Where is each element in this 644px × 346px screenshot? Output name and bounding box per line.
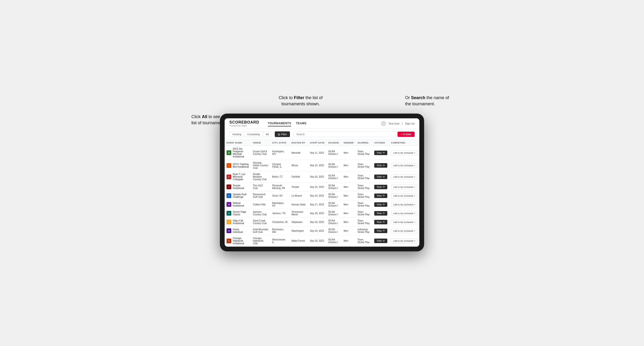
competing-tab[interactable]: Competing <box>244 131 263 137</box>
venue-cell: Guyan Golf & Country Club <box>251 146 270 160</box>
add-to-schedule-button[interactable]: Add to My Schedule + <box>391 238 418 243</box>
add-to-schedule-button[interactable]: Add to My Schedule + <box>391 184 418 189</box>
view-button[interactable]: View 👁 <box>374 193 387 198</box>
competing-cell: Add to My Schedule + <box>389 171 419 182</box>
add-to-schedule-button[interactable]: Add to My Schedule + <box>391 211 418 216</box>
view-button[interactable]: View 👁 <box>374 239 387 243</box>
create-button[interactable]: + Create <box>398 132 414 137</box>
toolbar: Hosting Competing All ▤ Filter + Create <box>225 129 419 140</box>
venue-cell: Colbert Hills <box>251 200 270 209</box>
user-name: Test User <box>388 122 400 125</box>
gender-cell: Men <box>342 209 356 218</box>
city-state-cell: Jackson, TN <box>270 209 290 218</box>
competing-cell: Add to My Schedule + <box>389 235 419 247</box>
all-tab[interactable]: All <box>263 131 272 137</box>
hosted-by-cell: Tennessee-Martin <box>290 209 308 218</box>
nav-tab-tournaments[interactable]: TOURNAMENTS <box>268 121 291 126</box>
eye-icon: 👁 <box>383 152 385 154</box>
filter-icon: ▤ <box>278 133 280 136</box>
col-city-state: CITY, STATE <box>270 140 290 146</box>
table-row: C Chicago Highlands Invitational Chicago… <box>225 235 419 247</box>
col-event-name: EVENT NAME <box>225 140 251 146</box>
event-name-cell: C Chicago Highlands Invitational <box>225 235 251 247</box>
add-to-schedule-button[interactable]: Add to My Schedule + <box>391 220 418 225</box>
gender-cell: Men <box>342 160 356 171</box>
col-hosted-by: HOSTED BY <box>290 140 308 146</box>
header-right: Test User | Sign out <box>381 121 414 126</box>
view-button[interactable]: View 👁 <box>374 185 387 189</box>
view-button[interactable]: View 👁 <box>374 220 387 224</box>
competing-cell: Add to My Schedule + <box>389 146 419 160</box>
scoring-cell: Team, Stroke Play <box>356 160 372 171</box>
add-to-schedule-button[interactable]: Add to My Schedule + <box>391 193 418 198</box>
scoring-cell: Team, Stroke Play <box>356 235 372 247</box>
view-button[interactable]: View 👁 <box>374 202 387 207</box>
nav-tab-teams[interactable]: TEAMS <box>296 121 306 126</box>
hosting-tab[interactable]: Hosting <box>230 131 244 137</box>
sign-out-link[interactable]: Sign out <box>405 122 414 125</box>
hosted-by-cell: Temple <box>290 182 308 191</box>
eye-icon: 👁 <box>383 203 385 206</box>
actions-cell: View 👁 <box>372 171 389 182</box>
add-to-schedule-button[interactable]: Add to My Schedule + <box>391 174 418 179</box>
eye-icon: 👁 <box>383 240 385 242</box>
filter-label: Filter <box>281 133 287 136</box>
competing-cell: Add to My Schedule + <box>389 191 419 200</box>
filter-btn-group: Hosting Competing All <box>230 131 272 137</box>
hosted-by-cell: Le Moyne <box>290 191 308 200</box>
team-logo: U <box>226 193 231 198</box>
add-to-schedule-button[interactable]: Add to My Schedule + <box>391 163 418 168</box>
col-scoring: SCORING <box>356 140 372 146</box>
city-state-cell: Plymouth Meeting, PA <box>270 182 290 191</box>
hosted-by-cell: Marshall <box>290 146 308 160</box>
view-button[interactable]: View 👁 <box>374 151 387 155</box>
start-date-cell: Sep 18, 2023 <box>308 218 326 226</box>
actions-cell: View 👁 <box>372 160 389 171</box>
table-row: W Wildcat Invitational Colbert HillsManh… <box>225 200 419 209</box>
add-to-schedule-button[interactable]: Add to My Schedule + <box>391 150 418 155</box>
division-cell: NCAA Division I <box>326 226 342 235</box>
tournaments-table: EVENT NAME VENUE CITY, STATE HOSTED BY S… <box>225 140 419 247</box>
gender-cell: Men <box>342 146 356 160</box>
actions-cell: View 👁 <box>372 191 389 200</box>
hosted-by-cell: Washington <box>290 226 308 235</box>
table-row: M 2023 Joe Feaganes Marshall Invitationa… <box>225 146 419 160</box>
col-competing: COMPETING <box>389 140 419 146</box>
city-state-cell: Huntington, WV <box>270 146 290 160</box>
table-header-row: EVENT NAME VENUE CITY, STATE HOSTED BY S… <box>225 140 419 146</box>
filter-button[interactable]: ▤ Filter <box>275 131 290 137</box>
venue-cell: Chicago Highlands Club <box>251 235 270 247</box>
city-state-cell: Olympia Fields, IL <box>270 160 290 171</box>
table-row: G Grover Page Classic Jackson Country Cl… <box>225 209 419 218</box>
scoring-cell: Team, Stroke Play <box>356 200 372 209</box>
view-button[interactable]: View 👁 <box>374 163 387 168</box>
event-name: Wildcat Invitational <box>233 202 249 207</box>
actions-cell: View 👁 <box>372 218 389 226</box>
add-to-schedule-button[interactable]: Add to My Schedule + <box>391 228 418 233</box>
hosted-by-cell: Illinois <box>290 160 308 171</box>
division-cell: NCAA Division I <box>326 209 342 218</box>
division-cell: NCAA Division I <box>326 200 342 209</box>
search-input[interactable] <box>294 131 396 137</box>
team-logo: T <box>226 184 231 189</box>
gender-cell: Men <box>342 200 356 209</box>
city-state-cell: Westchester, IL <box>270 235 290 247</box>
view-button[interactable]: View 👁 <box>374 229 387 233</box>
hosted-by-cell: Valparaiso <box>290 218 308 226</box>
gender-cell: Men <box>342 191 356 200</box>
eye-icon: 👁 <box>383 164 385 167</box>
view-button[interactable]: View 👁 <box>374 211 387 216</box>
separator: | <box>402 122 403 125</box>
view-button[interactable]: View 👁 <box>374 174 387 179</box>
scoring-cell: Team, Stroke Play <box>356 146 372 160</box>
competing-cell: Add to My Schedule + <box>389 226 419 235</box>
add-to-schedule-button[interactable]: Add to My Schedule + <box>391 202 418 207</box>
event-name-cell: W Wildcat Invitational <box>225 200 251 209</box>
venue-cell: Sand Creek Country Club <box>251 218 270 226</box>
eye-icon: 👁 <box>383 212 385 214</box>
actions-cell: View 👁 <box>372 226 389 235</box>
annotation-filter: Click to Filter the list of tournaments … <box>268 95 334 107</box>
actions-cell: View 👁 <box>372 235 389 247</box>
event-name-cell: I OFCC Fighting Illini Invitational <box>225 160 251 171</box>
team-logo: C <box>226 239 231 243</box>
